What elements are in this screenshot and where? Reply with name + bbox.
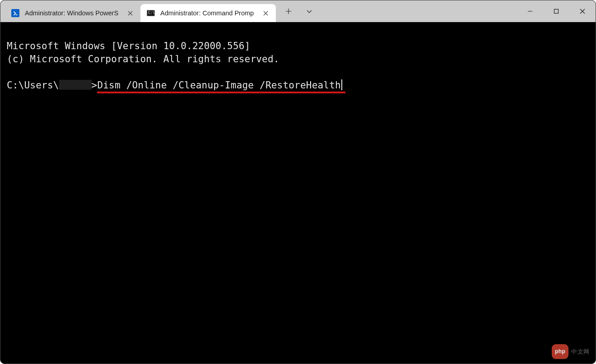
watermark-text: 中文网 xyxy=(571,345,589,358)
tab-actions xyxy=(276,0,322,22)
titlebar-drag-region[interactable] xyxy=(322,0,517,22)
tab-close-button[interactable] xyxy=(125,8,135,18)
maximize-icon xyxy=(554,9,559,14)
titlebar: Administrator: Windows PowerS C:\ Admini… xyxy=(0,0,596,22)
watermark: php 中文网 xyxy=(552,344,589,359)
watermark-badge: php xyxy=(552,344,569,359)
redacted-username xyxy=(59,80,92,90)
minimize-icon xyxy=(527,9,533,14)
close-icon xyxy=(580,9,585,14)
tab-close-button[interactable] xyxy=(261,8,270,18)
tab-label: Administrator: Command Promp xyxy=(160,4,255,22)
terminal-output[interactable]: Microsoft Windows [Version 10.0.22000.55… xyxy=(0,22,596,364)
chevron-down-icon xyxy=(306,8,312,14)
svg-rect-0 xyxy=(554,9,559,14)
tab-dropdown-button[interactable] xyxy=(300,2,318,20)
prompt-suffix: > xyxy=(92,80,98,91)
prompt-line: C:\Users\>Dism /Online /Cleanup-Image /R… xyxy=(7,79,342,92)
minimize-button[interactable] xyxy=(517,0,543,22)
tab-powershell[interactable]: Administrator: Windows PowerS xyxy=(5,4,140,22)
window-controls xyxy=(517,0,596,22)
version-line: Microsoft Windows [Version 10.0.22000.55… xyxy=(7,41,250,51)
new-tab-button[interactable] xyxy=(279,2,298,20)
maximize-button[interactable] xyxy=(543,0,569,22)
close-window-button[interactable] xyxy=(569,0,596,22)
tab-strip: Administrator: Windows PowerS C:\ Admini… xyxy=(0,0,276,22)
tab-label: Administrator: Windows PowerS xyxy=(25,4,120,22)
terminal-window: Administrator: Windows PowerS C:\ Admini… xyxy=(0,0,596,364)
text-cursor xyxy=(341,79,342,90)
typed-command: Dism /Online /Cleanup-Image /RestoreHeal… xyxy=(97,80,340,91)
prompt-prefix: C:\Users\ xyxy=(7,80,59,91)
tab-command-prompt[interactable]: C:\ Administrator: Command Promp xyxy=(140,4,276,22)
red-underline-annotation xyxy=(97,92,345,93)
plus-icon xyxy=(285,8,292,14)
cmd-icon: C:\ xyxy=(147,9,155,17)
close-icon xyxy=(263,11,268,16)
copyright-line: (c) Microsoft Corporation. All rights re… xyxy=(7,54,279,65)
powershell-icon xyxy=(11,9,19,17)
close-icon xyxy=(128,11,133,16)
